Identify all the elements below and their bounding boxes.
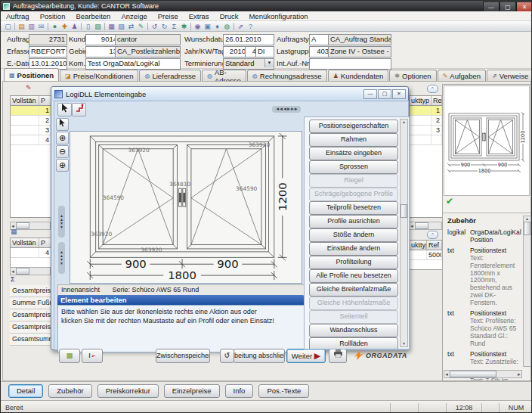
link-icon[interactable]: ⇗ <box>236 22 246 31</box>
search-icon[interactable]: ◉ <box>193 22 203 31</box>
diamond-icon[interactable]: ♦ <box>212 22 222 31</box>
text-input-button[interactable]: I➢ <box>82 349 103 363</box>
new-window-icon[interactable]: ▢ <box>3 22 13 31</box>
vertical-scrollbar[interactable]: ▲ <box>523 216 531 367</box>
pointer-tool[interactable] <box>56 118 69 131</box>
horizontal-scrollbar[interactable]: ◄ <box>10 267 51 275</box>
col-p[interactable]: P <box>39 238 51 247</box>
pan-vertical-control[interactable]: ▲▲▼▼ <box>58 206 65 238</box>
action-panel-scrollbar[interactable]: ▲ ▼ <box>400 119 408 347</box>
redo-icon[interactable]: ↻ <box>159 22 169 31</box>
add-icon[interactable]: ✚ <box>60 22 70 31</box>
col-ref[interactable]: Ref <box>427 241 442 250</box>
list-item[interactable]: logikal OrgaData/LogiKal Position <box>443 227 530 245</box>
menu-menuekonfiguration[interactable]: Menükonfiguration <box>243 12 313 20</box>
grid-icon[interactable]: ▦ <box>11 228 17 235</box>
bearbeitung-abschliessen-button[interactable]: beitung abschließen <box>234 349 285 363</box>
menu-position[interactable]: Position <box>35 12 71 20</box>
action-stoesse-aendern[interactable]: Stöße ändern <box>309 228 398 242</box>
tab-verweise[interactable]: ⇗Verweise <box>487 70 532 82</box>
maximize-button[interactable]: ▢ <box>500 2 516 12</box>
grid-icon[interactable]: ▣ <box>203 22 212 31</box>
print-button[interactable] <box>329 349 347 363</box>
table-row[interactable] <box>410 135 442 145</box>
col-p[interactable]: P <box>39 96 51 105</box>
auftrag-field[interactable]: 2731 <box>29 34 67 45</box>
tab-aufgaben[interactable]: ✎Aufgaben <box>438 70 486 82</box>
action-teilprofil-besetzen[interactable]: Teilprofil besetzen <box>309 201 398 215</box>
lastgruppe-name-field[interactable]: Zone IV - Ostsee - 18m < Höhe <box>328 46 391 57</box>
menu-druck[interactable]: Druck <box>215 12 244 20</box>
globe2-icon[interactable]: ◍ <box>222 22 232 31</box>
action-profilteilung[interactable]: Profilteilung <box>309 256 398 269</box>
weiter-button[interactable]: Weiter ▶ <box>286 349 326 363</box>
action-rolllaeden[interactable]: Rollläden <box>309 337 398 349</box>
info-button[interactable]: Info <box>225 384 254 398</box>
list-item[interactable]: txt Positionstext Text: Profilserie: Sch… <box>443 308 530 349</box>
close-button[interactable]: ✕ <box>516 2 532 12</box>
users-icon[interactable]: ♟ <box>70 22 79 31</box>
col-produkttyp[interactable]: ukttyp <box>410 241 427 250</box>
table-icon[interactable]: ▦ <box>107 22 116 31</box>
minimize-button[interactable]: — <box>483 2 500 12</box>
zoom-fit-tool[interactable]: ⊕ <box>56 159 69 172</box>
col-produkttyp[interactable]: ukttyp <box>410 96 431 105</box>
table-row[interactable]: 4 <box>11 135 51 145</box>
save-icon[interactable]: ▤ <box>17 22 26 31</box>
tab-lieferadresse[interactable]: ◍Lieferadresse <box>139 70 201 82</box>
menu-preise[interactable]: Preise <box>153 12 184 20</box>
menu-anzeige[interactable]: Anzeige <box>116 12 152 20</box>
col-ref[interactable]: Ref <box>431 96 442 105</box>
help-icon[interactable]: ? <box>246 22 255 31</box>
table-row[interactable]: 1 <box>410 106 442 116</box>
collapse-panel-button[interactable]: ^ <box>427 85 438 93</box>
table-row[interactable]: 1 <box>11 106 51 116</box>
action-sprossen[interactable]: Sprossen <box>309 160 398 174</box>
einzelpreise-button[interactable]: Einzelpreise <box>164 384 220 398</box>
horizontal-scrollbar[interactable]: ◄ <box>409 222 442 230</box>
table-row[interactable]: 2 <box>11 116 51 126</box>
undo-button[interactable]: ↺ <box>220 349 234 363</box>
list-item[interactable]: txt Positionstext Text: Zusatzteile: <box>443 349 530 368</box>
tab-optionen[interactable]: ✱Optionen <box>389 70 436 82</box>
pan-horizontal-control[interactable]: ◄◄◄►►► <box>272 106 301 113</box>
menu-auftrag[interactable]: Auftrag <box>1 12 35 20</box>
table-row[interactable]: 2 <box>410 116 442 126</box>
col-vollstaendig[interactable]: Vollstän <box>11 96 39 105</box>
pencil-red-icon[interactable]: ✎ <box>26 84 32 92</box>
menu-extras[interactable]: Extras <box>184 12 215 20</box>
zoom-in-tool[interactable]: ⊕ <box>56 132 69 144</box>
mail-icon[interactable]: ✉ <box>36 22 46 31</box>
action-einstaende-aendern[interactable]: Einstände ändern <box>309 242 398 256</box>
zubehoer-button[interactable]: Zubehör <box>48 384 91 398</box>
chart-icon[interactable]: ▨ <box>116 22 126 31</box>
element-drawing-canvas[interactable]: 900 900 1800 1200 363920 363920 364590 3… <box>70 131 302 284</box>
detail-button[interactable]: Detail <box>8 384 43 398</box>
action-alle-profile-neu-besetzen[interactable]: Alle Profile neu besetzen <box>309 269 398 283</box>
swap-icon[interactable]: ⇄ <box>126 22 136 31</box>
profile-edit-tool[interactable] <box>72 103 86 116</box>
action-rahmen[interactable]: Rahmen <box>309 133 398 147</box>
table-row[interactable]: 3 <box>11 126 51 135</box>
col-vollstaendig[interactable]: Vollstän <box>11 238 39 247</box>
calendar-icon[interactable]: ▧ <box>93 22 103 31</box>
action-einsaetze-eingeben[interactable]: Einsätze eingeben <box>309 147 398 160</box>
sum-icon[interactable]: Σ <box>11 275 15 283</box>
auftragstyp-name-field[interactable]: CA_Auftrag Standard <box>328 34 391 45</box>
chevron-down-icon[interactable]: ▼ <box>264 59 274 67</box>
zoom-out-tool[interactable]: ⊖ <box>56 145 69 158</box>
intauf-field[interactable] <box>309 58 391 70</box>
print-icon[interactable]: ▥ <box>26 22 36 31</box>
kunde-name-field[interactable]: cantor <box>115 34 181 45</box>
sum-icon[interactable]: Σ <box>169 22 179 31</box>
action-profile-ausrichten[interactable]: Profile ausrichten <box>309 215 398 228</box>
undo-icon[interactable]: ↺ <box>150 22 159 31</box>
preiskorrektur-button[interactable]: Preiskorrektur <box>97 384 159 398</box>
tab-rechnungsadresse[interactable]: ◍Rechnungsadresse <box>247 70 327 82</box>
table-row[interactable]: 4 <box>11 248 51 258</box>
edit-icon[interactable]: ✎ <box>136 22 146 31</box>
action-wandanschluss[interactable]: Wandanschluss <box>309 324 398 337</box>
horizontal-scrollbar[interactable]: ◄► <box>444 370 522 378</box>
list-item[interactable]: txt Positionstext Text: Fensterelement 1… <box>443 245 530 308</box>
pan-vertical-control[interactable]: ▲▲▼▼ <box>58 242 65 274</box>
